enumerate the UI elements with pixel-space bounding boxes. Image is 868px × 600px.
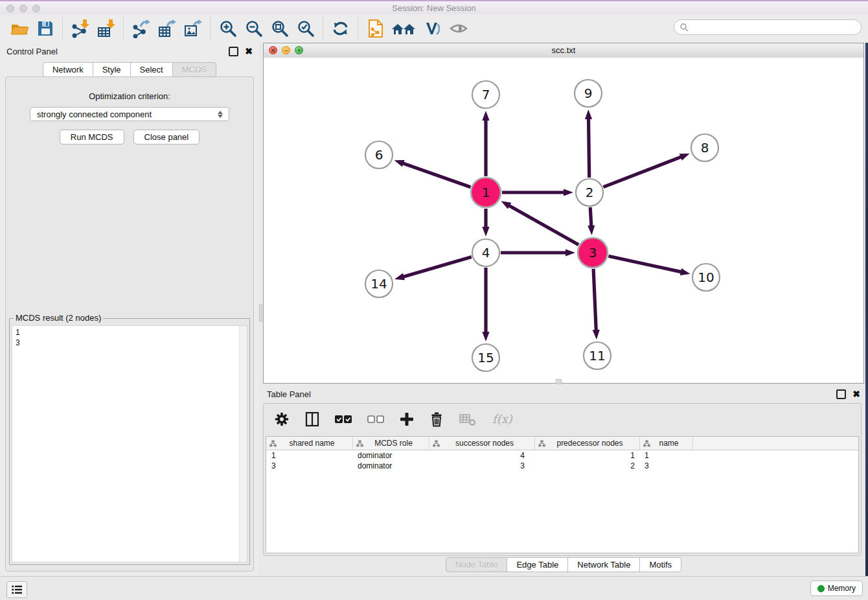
graph-edge-3-1[interactable] — [508, 205, 578, 245]
column-header-mcds-role[interactable]: MCDS role — [353, 437, 429, 450]
app-title: Session: New Session — [0, 3, 868, 13]
delete-column-button[interactable] — [429, 411, 444, 427]
graph-edge-arrow-1-6 — [394, 160, 405, 167]
graph-edge-arrow-1-4 — [482, 227, 489, 237]
graph-node-label-15: 15 — [477, 350, 494, 365]
column-header-shared-name[interactable]: shared name — [266, 437, 353, 450]
save-session-button[interactable] — [32, 17, 58, 40]
network-canvas-svg: 7968124314101511 — [264, 58, 863, 383]
home-button[interactable] — [389, 17, 420, 40]
graph-node-label-14: 14 — [371, 276, 387, 292]
splitter-handle-vertical[interactable] — [259, 305, 262, 321]
splitter-handle-horizontal[interactable] — [556, 379, 562, 384]
control-panel: Control Panel ✖ NetworkStyleSelectMCDS O… — [0, 43, 259, 577]
tab-node-table[interactable]: Node Table — [446, 557, 508, 572]
import-table-icon — [97, 19, 116, 38]
table-panel-header: Table Panel ✖ — [263, 386, 864, 402]
delete-table-button[interactable] — [459, 412, 476, 426]
control-panel-tabs: NetworkStyleSelectMCDS — [0, 62, 259, 77]
graph-node-label-7: 7 — [482, 87, 490, 102]
zoom-selected-icon — [297, 19, 315, 38]
result-scrollbar[interactable] — [239, 326, 247, 562]
node-table[interactable]: shared nameMCDS rolesuccessor nodesprede… — [266, 436, 859, 553]
table-row[interactable]: 1dominator411 — [266, 450, 858, 461]
zoom-selected-button[interactable] — [293, 17, 319, 40]
column-header-successor-nodes[interactable]: successor nodes — [429, 437, 535, 450]
show-column-panel-button[interactable] — [305, 411, 319, 427]
graph-node-label-6: 6 — [375, 147, 383, 163]
graph-edge-arrow-2-8 — [680, 154, 690, 161]
column-header-predecessor-nodes[interactable]: predecessor nodes — [535, 437, 640, 450]
close-panel-button[interactable]: Close panel — [133, 130, 200, 144]
mcds-result-item: 1 — [16, 327, 244, 338]
home-icon — [391, 19, 418, 38]
run-mcds-button[interactable]: Run MCDS — [60, 130, 124, 144]
optimization-criterion-select[interactable]: strongly connected component — [30, 107, 229, 121]
refresh-view-button[interactable] — [328, 17, 354, 40]
network-file-button[interactable] — [363, 17, 389, 40]
table-row[interactable]: 3dominator323 — [266, 461, 858, 471]
eye-icon — [449, 20, 468, 37]
function-builder-button[interactable]: f(x) — [492, 411, 515, 427]
network-file-icon — [367, 19, 385, 38]
table-cell: 3 — [266, 461, 353, 470]
column-type-icon — [643, 440, 650, 447]
refresh-icon — [332, 19, 350, 38]
table-settings-button[interactable] — [274, 411, 290, 427]
checked-boxes-icon — [335, 415, 352, 424]
delete-table-icon — [459, 412, 476, 426]
export-table-button[interactable] — [154, 17, 180, 40]
apply-style-button[interactable] — [420, 17, 446, 40]
import-network-icon — [71, 19, 90, 38]
graph-edge-2-3[interactable] — [590, 207, 591, 227]
add-column-button[interactable] — [400, 412, 414, 426]
dropdown-stepper-icon — [214, 111, 226, 118]
graph-edge-arrow-3-11 — [593, 330, 600, 340]
show-hide-button[interactable] — [446, 17, 472, 40]
graph-edge-1-6[interactable] — [402, 163, 471, 187]
open-session-button[interactable] — [6, 17, 32, 40]
deselect-all-columns-button[interactable] — [367, 415, 384, 424]
export-network-button[interactable] — [128, 17, 154, 40]
network-canvas[interactable]: 7968124314101511 — [264, 58, 863, 383]
plus-icon — [400, 412, 414, 426]
tab-edge-table[interactable]: Edge Table — [507, 557, 568, 572]
network-window: ✕ − + scc.txt 7968124314101511 — [263, 43, 864, 384]
mcds-result-list[interactable]: 13 — [12, 325, 247, 562]
table-close-icon[interactable]: ✖ — [852, 389, 860, 398]
graph-edge-2-8[interactable] — [603, 156, 682, 187]
graph-edge-arrow-2-3 — [588, 225, 595, 235]
search-input[interactable] — [691, 22, 861, 32]
toolbar-separator — [123, 17, 124, 40]
zoom-out-button[interactable] — [241, 17, 267, 40]
import-table-button[interactable] — [93, 17, 119, 40]
zoom-fit-button[interactable] — [267, 17, 293, 40]
graph-node-label-9: 9 — [584, 86, 593, 101]
export-image-button[interactable] — [180, 17, 206, 40]
tab-select[interactable]: Select — [131, 62, 173, 77]
graph-edge-3-10[interactable] — [608, 256, 682, 272]
memory-button[interactable]: Memory — [810, 581, 863, 596]
tab-mcds[interactable]: MCDS — [173, 62, 216, 77]
control-panel-header: Control Panel ✖ — [0, 43, 259, 60]
graph-edge-3-11[interactable] — [593, 269, 596, 332]
close-panel-icon[interactable]: ✖ — [245, 47, 253, 56]
graph-edge-4-14[interactable] — [402, 257, 472, 277]
main-toolbar — [0, 14, 868, 43]
column-type-icon — [356, 440, 363, 447]
task-history-button[interactable] — [6, 581, 27, 598]
graph-node-label-10: 10 — [698, 270, 714, 285]
export-image-icon — [183, 19, 203, 38]
tab-network-table[interactable]: Network Table — [568, 557, 640, 572]
zoom-in-button[interactable] — [215, 17, 241, 40]
float-panel-icon[interactable] — [229, 47, 238, 56]
dropdown-selected-value: strongly connected component — [37, 110, 214, 119]
graph-edge-2-9[interactable] — [588, 117, 589, 178]
table-float-icon[interactable] — [836, 389, 846, 399]
tab-motifs[interactable]: Motifs — [640, 557, 681, 572]
import-network-button[interactable] — [67, 17, 93, 40]
tab-style[interactable]: Style — [93, 62, 131, 77]
select-all-columns-button[interactable] — [335, 415, 352, 424]
column-header-name[interactable]: name — [640, 437, 693, 450]
tab-network[interactable]: Network — [43, 62, 93, 77]
